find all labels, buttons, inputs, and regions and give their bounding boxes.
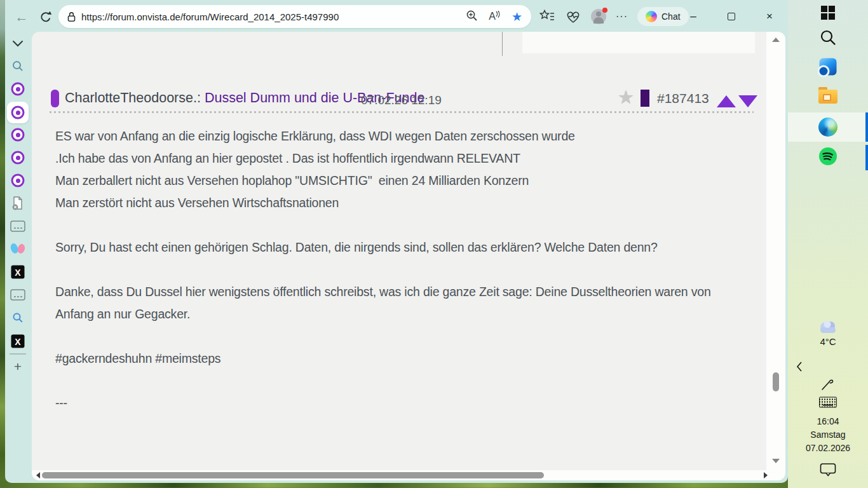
file-explorer-button[interactable] (818, 90, 837, 104)
zoom-icon[interactable] (466, 10, 478, 24)
previous-post-arrow[interactable] (717, 95, 736, 107)
weather-temperature: 4°C (820, 336, 836, 347)
windows-ink-button[interactable] (820, 377, 836, 391)
keyboard-icon (819, 397, 837, 408)
tab-x-1[interactable]: X (11, 266, 25, 279)
tab-document-blocked[interactable] (11, 196, 25, 211)
profile-avatar[interactable] (591, 9, 606, 24)
tab-onvista-2[interactable] (11, 128, 25, 142)
tab-search-blue[interactable] (12, 312, 24, 323)
taskbar-clock[interactable]: 16:04 Samstag 07.02.2026 (806, 415, 850, 455)
cloud-icon (817, 320, 839, 334)
windows-taskbar: 4°C 16:04 Samstag 07.02.2026 (788, 0, 868, 488)
profile-notification-dot (602, 8, 607, 13)
post-paragraph: Danke, dass Du Dussel hier wenigstens öf… (55, 281, 749, 325)
start-button[interactable] (821, 6, 835, 20)
x-logo-icon: X (11, 266, 25, 279)
onvista-favicon (11, 128, 25, 142)
close-button[interactable]: × (760, 7, 779, 26)
sidebar-collapse-chevron-icon[interactable] (11, 39, 24, 47)
address-bar[interactable]: https://forum.onvista.de/forum/Wirecard_… (58, 5, 531, 28)
search-icon (820, 29, 836, 46)
folder-icon (818, 90, 837, 104)
maximize-button[interactable] (722, 7, 741, 26)
butterfly-icon (10, 243, 25, 255)
clock-time: 16:04 (817, 415, 839, 428)
windows-logo-icon (821, 6, 835, 20)
post-paragraph: Sorry, Du hast echt einen gehörigen Schl… (55, 236, 749, 259)
tab-card-1[interactable] (10, 220, 25, 232)
tab-msn[interactable] (10, 243, 25, 255)
tab-card-2[interactable] (10, 289, 25, 301)
page-content: CharlotteTheodoorse.: Dussel Dumm und di… (32, 32, 785, 480)
edge-running-indicator (865, 112, 868, 142)
copilot-chat-button[interactable]: Chat (637, 7, 689, 26)
card-icon (10, 289, 25, 301)
copilot-chat-label: Chat (661, 11, 681, 22)
tab-onvista-4[interactable] (11, 174, 25, 187)
minimize-button[interactable]: – (684, 7, 703, 26)
post-body: ES war von Anfang an die einzig logische… (55, 125, 749, 437)
url-text: https://forum.onvista.de/forum/Wirecard_… (81, 11, 339, 22)
clock-day: Samstag (810, 428, 845, 442)
document-x-icon (11, 196, 25, 211)
tab-onvista-1[interactable] (11, 83, 25, 96)
favorite-star-icon[interactable]: ★ (512, 11, 522, 23)
spotify-button[interactable] (818, 147, 837, 166)
browser-essentials-icon[interactable] (565, 8, 581, 25)
x-logo-icon: X (11, 335, 25, 348)
tab-x-2[interactable]: X (11, 335, 25, 348)
maximize-icon (728, 13, 735, 20)
onvista-favicon (11, 151, 25, 165)
vertical-scrollbar[interactable] (766, 32, 785, 470)
post-accent-pill (51, 90, 59, 107)
post-paragraph: ES war von Anfang an die einzig logische… (55, 125, 749, 214)
vertical-scrollbar-thumb[interactable] (773, 372, 779, 391)
notification-center-button[interactable] (820, 463, 836, 477)
reload-icon (39, 11, 52, 24)
outlook-button[interactable] (820, 58, 837, 76)
spotify-running-indicator (865, 145, 868, 170)
new-tab-button[interactable]: + (14, 359, 22, 374)
tab-onvista-3[interactable] (11, 151, 25, 165)
window-controls: – × (684, 0, 779, 33)
tray-expand-chevron[interactable] (796, 361, 803, 372)
content-divider-line (502, 32, 503, 56)
onvista-favicon (11, 106, 25, 119)
edge-button[interactable] (818, 118, 837, 137)
read-aloud-icon[interactable]: A (489, 11, 501, 22)
horizontal-scrollbar-thumb[interactable] (42, 472, 544, 478)
settings-more-icon[interactable]: ··· (616, 11, 628, 22)
watch-star-icon[interactable]: ★ (618, 86, 634, 108)
browser-window: ← https://forum.onvista.de/forum/Wirecar… (5, 0, 788, 483)
scroll-down-arrow[interactable] (772, 459, 780, 463)
taskbar-search-button[interactable] (820, 29, 836, 46)
sidebar-search-icon[interactable] (12, 60, 24, 72)
previous-post-fragment (522, 32, 755, 53)
touch-keyboard-button[interactable] (819, 397, 837, 408)
sidebar-divider (10, 354, 26, 355)
edge-sidebar: X X + (5, 33, 31, 480)
post-author[interactable]: CharlotteTheodoorse.: (65, 90, 201, 105)
spotify-icon (818, 147, 837, 166)
address-bar-actions: A ★ (466, 10, 522, 24)
horizontal-scrollbar[interactable] (32, 470, 785, 480)
reload-button[interactable] (37, 8, 55, 26)
scroll-up-arrow[interactable] (772, 37, 780, 42)
scroll-right-arrow[interactable] (764, 472, 768, 478)
collections-icon[interactable] (539, 8, 555, 25)
tab-onvista-active[interactable] (11, 106, 25, 119)
next-post-arrow[interactable] (738, 95, 757, 107)
onvista-favicon (11, 83, 25, 96)
back-button[interactable]: ← (13, 8, 31, 26)
card-icon (10, 220, 25, 232)
post-datetime: 07.02.26 12:19 (361, 93, 442, 107)
search-blue-icon (12, 312, 24, 323)
desktop-wallpaper-left (0, 0, 5, 488)
toolbar-buttons: ··· Chat (539, 5, 689, 28)
post-marker-block (641, 90, 649, 107)
lock-icon (67, 11, 76, 22)
scroll-left-arrow[interactable] (36, 472, 40, 478)
weather-widget[interactable]: 4°C (817, 320, 839, 347)
onvista-favicon (11, 174, 25, 187)
